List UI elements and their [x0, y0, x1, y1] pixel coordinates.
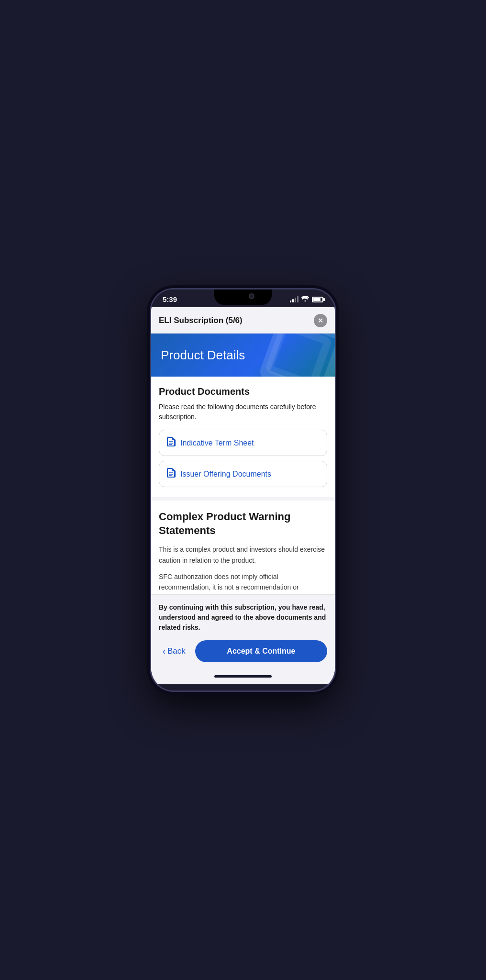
warning-section: Complex Product Warning Statements This …: [151, 501, 335, 594]
time-display: 5:39: [163, 295, 177, 303]
status-bar: 5:39: [151, 290, 335, 307]
back-label: Back: [167, 646, 186, 656]
notch-camera: [249, 293, 254, 299]
home-indicator: [151, 668, 335, 684]
doc-icon-1: [167, 437, 176, 449]
page-title: ELI Subscription (5/6): [159, 316, 243, 325]
hero-title: Product Details: [161, 348, 245, 363]
accept-continue-button[interactable]: Accept & Continue: [195, 640, 327, 662]
status-icons: [290, 296, 323, 303]
footer-disclaimer: By continuing with this subscription, yo…: [159, 602, 327, 633]
indicative-term-sheet-button[interactable]: Indicative Term Sheet: [159, 430, 327, 456]
back-button[interactable]: ‹ Back: [159, 646, 189, 657]
home-bar: [214, 675, 272, 678]
battery-icon: [312, 297, 323, 302]
footer-section: By continuing with this subscription, yo…: [151, 594, 335, 668]
warning-text-2: SFC authorization does not imply officia…: [159, 571, 327, 594]
indicative-term-sheet-label: Indicative Term Sheet: [180, 439, 254, 447]
close-button[interactable]: ✕: [314, 314, 327, 327]
phone-content: ELI Subscription (5/6) ✕ Product Details…: [151, 307, 335, 684]
issuer-offering-documents-label: Issuer Offering Documents: [180, 470, 271, 479]
close-icon: ✕: [318, 317, 323, 324]
scroll-area[interactable]: Product Documents Please read the follow…: [151, 377, 335, 594]
notch: [214, 290, 272, 305]
documents-section-subtitle: Please read the following documents care…: [159, 402, 327, 422]
battery-fill: [313, 298, 320, 301]
wifi-icon: [301, 296, 309, 303]
phone-frame: 5:39 ELI Subscription (5/6): [150, 288, 336, 692]
documents-section: Product Documents Please read the follow…: [151, 377, 335, 497]
chevron-left-icon: ‹: [163, 646, 166, 657]
doc-icon-2: [167, 468, 176, 480]
hero-banner: Product Details: [151, 334, 335, 377]
documents-section-title: Product Documents: [159, 386, 327, 397]
footer-buttons: ‹ Back Accept & Continue: [159, 640, 327, 662]
accept-continue-label: Accept & Continue: [227, 647, 295, 655]
warning-title: Complex Product Warning Statements: [159, 510, 327, 537]
issuer-offering-documents-button[interactable]: Issuer Offering Documents: [159, 461, 327, 487]
signal-icon: [290, 297, 298, 302]
nav-bar: ELI Subscription (5/6) ✕: [151, 307, 335, 334]
warning-text-1: This is a complex product and investors …: [159, 544, 327, 566]
